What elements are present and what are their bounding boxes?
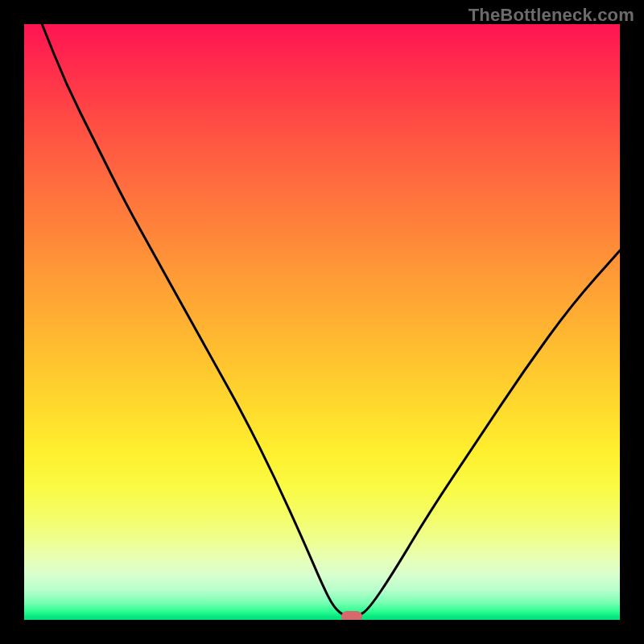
chart-frame: TheBottleneck.com (0, 0, 644, 644)
watermark-text: TheBottleneck.com (469, 5, 634, 26)
optimal-marker (341, 611, 362, 620)
bottleneck-curve (24, 24, 620, 620)
plot-area (24, 24, 620, 620)
